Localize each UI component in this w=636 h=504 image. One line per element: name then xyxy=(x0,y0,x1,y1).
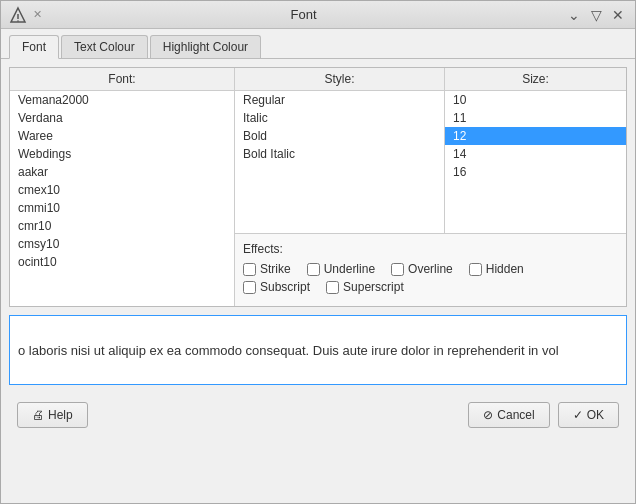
font-item-verdana[interactable]: Verdana xyxy=(10,109,234,127)
cancel-label: Cancel xyxy=(497,408,534,422)
help-icon: 🖨 xyxy=(32,408,44,422)
app-logo xyxy=(9,6,27,24)
style-list[interactable]: Regular Italic Bold Bold Italic xyxy=(235,91,444,233)
help-label: Help xyxy=(48,408,73,422)
cancel-button[interactable]: ⊘ Cancel xyxy=(468,402,549,428)
font-item-ocint10[interactable]: ocint10 xyxy=(10,253,234,271)
effects-row-1: Strike Underline Overline Hidden xyxy=(243,262,618,276)
font-item-aakar[interactable]: aakar xyxy=(10,163,234,181)
style-size-row: Style: Regular Italic Bold Bold Italic S… xyxy=(235,68,626,233)
tabs-bar: Font Text Colour Highlight Colour xyxy=(1,29,635,59)
right-part: Style: Regular Italic Bold Bold Italic S… xyxy=(235,68,626,306)
size-column-header: Size: xyxy=(445,68,626,91)
effects-label: Effects: xyxy=(243,242,618,256)
style-item-bold[interactable]: Bold xyxy=(235,127,444,145)
font-column-header: Font: xyxy=(10,68,234,91)
effect-superscript[interactable]: Superscript xyxy=(326,280,404,294)
help-button[interactable]: 🖨 Help xyxy=(17,402,88,428)
underline-label: Underline xyxy=(324,262,375,276)
strike-checkbox[interactable] xyxy=(243,263,256,276)
effect-strike[interactable]: Strike xyxy=(243,262,291,276)
effect-overline[interactable]: Overline xyxy=(391,262,453,276)
strike-label: Strike xyxy=(260,262,291,276)
font-item-waree[interactable]: Waree xyxy=(10,127,234,145)
minimize-button[interactable]: ⌄ xyxy=(565,6,583,24)
title-bar: ✕ Font ⌄ ▽ ✕ xyxy=(1,1,635,29)
close-button[interactable]: ✕ xyxy=(609,6,627,24)
effect-underline[interactable]: Underline xyxy=(307,262,375,276)
preview-box: o laboris nisi ut aliquip ex ea commodo … xyxy=(9,315,627,385)
font-item-cmsy10[interactable]: cmsy10 xyxy=(10,235,234,253)
ok-label: OK xyxy=(587,408,604,422)
tab-highlight-colour[interactable]: Highlight Colour xyxy=(150,35,261,58)
style-list-column: Style: Regular Italic Bold Bold Italic xyxy=(235,68,445,233)
preview-text: o laboris nisi ut aliquip ex ea commodo … xyxy=(18,343,559,358)
font-panel: Font: Vemana2000 Verdana Waree Webdings … xyxy=(9,67,627,307)
content-area: Font: Vemana2000 Verdana Waree Webdings … xyxy=(1,59,635,503)
effect-subscript[interactable]: Subscript xyxy=(243,280,310,294)
maximize-button[interactable]: ▽ xyxy=(587,6,605,24)
tab-font[interactable]: Font xyxy=(9,35,59,59)
font-dialog: ✕ Font ⌄ ▽ ✕ Font Text Colour Highlight … xyxy=(0,0,636,504)
right-buttons: ⊘ Cancel ✓ OK xyxy=(468,402,619,428)
font-item-cmmi10[interactable]: cmmi10 xyxy=(10,199,234,217)
button-bar: 🖨 Help ⊘ Cancel ✓ OK xyxy=(9,393,627,437)
dialog-title: Font xyxy=(48,7,559,22)
font-item-cmex10[interactable]: cmex10 xyxy=(10,181,234,199)
cancel-icon: ⊘ xyxy=(483,408,493,422)
superscript-checkbox[interactable] xyxy=(326,281,339,294)
style-column-header: Style: xyxy=(235,68,444,91)
size-item-16[interactable]: 16 xyxy=(445,163,626,181)
subscript-label: Subscript xyxy=(260,280,310,294)
window-controls: ⌄ ▽ ✕ xyxy=(565,6,627,24)
font-list-column: Font: Vemana2000 Verdana Waree Webdings … xyxy=(10,68,235,306)
chevron-down-icon: ⌄ xyxy=(568,7,580,23)
superscript-label: Superscript xyxy=(343,280,404,294)
size-list[interactable]: 10 11 12 14 16 xyxy=(445,91,626,233)
tab-text-colour[interactable]: Text Colour xyxy=(61,35,148,58)
effects-row-2: Subscript Superscript xyxy=(243,280,618,294)
font-list[interactable]: Vemana2000 Verdana Waree Webdings aakar … xyxy=(10,91,234,306)
close-icon: ✕ xyxy=(612,7,624,23)
size-list-column: Size: 10 11 12 14 16 xyxy=(445,68,626,233)
hidden-label: Hidden xyxy=(486,262,524,276)
overline-checkbox[interactable] xyxy=(391,263,404,276)
size-item-10[interactable]: 10 xyxy=(445,91,626,109)
style-item-bold-italic[interactable]: Bold Italic xyxy=(235,145,444,163)
ok-button[interactable]: ✓ OK xyxy=(558,402,619,428)
svg-point-2 xyxy=(17,20,19,22)
style-item-regular[interactable]: Regular xyxy=(235,91,444,109)
subscript-checkbox[interactable] xyxy=(243,281,256,294)
effect-hidden[interactable]: Hidden xyxy=(469,262,524,276)
hidden-checkbox[interactable] xyxy=(469,263,482,276)
size-item-14[interactable]: 14 xyxy=(445,145,626,163)
size-item-11[interactable]: 11 xyxy=(445,109,626,127)
font-item-webdings[interactable]: Webdings xyxy=(10,145,234,163)
maximize-icon: ▽ xyxy=(591,7,602,23)
style-item-italic[interactable]: Italic xyxy=(235,109,444,127)
font-item-vemana2000[interactable]: Vemana2000 xyxy=(10,91,234,109)
underline-checkbox[interactable] xyxy=(307,263,320,276)
effects-panel: Effects: Strike Underline Overline xyxy=(235,233,626,306)
close-x-icon: ✕ xyxy=(33,8,42,21)
overline-label: Overline xyxy=(408,262,453,276)
font-item-cmr10[interactable]: cmr10 xyxy=(10,217,234,235)
ok-icon: ✓ xyxy=(573,408,583,422)
size-item-12[interactable]: 12 xyxy=(445,127,626,145)
